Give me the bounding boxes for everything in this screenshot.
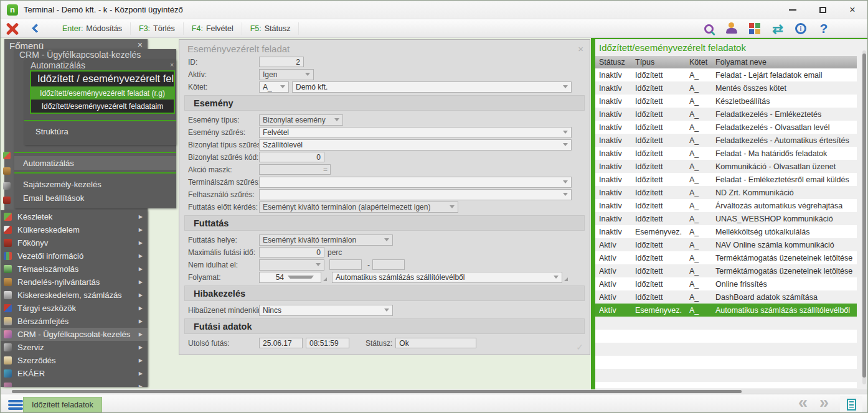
table-row[interactable]: Inaktív Időzített A_ ND Zrt. Kommunikáci… xyxy=(595,186,857,199)
cell-statusz: Inaktív xyxy=(599,175,635,184)
sidebar-sub-link[interactable]: Email beállítások xyxy=(14,191,176,205)
submenu-item[interactable]: Időzített/eseményvezérelt feladataim xyxy=(31,100,174,113)
sidebar-menu-item[interactable]: Vezetői információ ▶ xyxy=(1,249,148,262)
sidebar-menu-item[interactable]: Főkönyv ▶ xyxy=(1,236,148,249)
table-row[interactable]: Inaktív Időzített A_ UNAS_WEBSHOP kommun… xyxy=(595,212,857,225)
user-button[interactable] xyxy=(723,21,740,37)
sidebar-item-struktura[interactable]: Struktúra xyxy=(35,127,68,136)
search-button[interactable] xyxy=(700,21,717,37)
futtatas-helye-select[interactable]: Eseményt kiváltó terminálon xyxy=(259,234,393,246)
sidebar-menu-item[interactable]: EKÁER ▶ xyxy=(1,367,148,380)
table-row[interactable]: Inaktív Időzített A_ Feladat - Emlékezte… xyxy=(595,173,857,186)
bizonylat-kod-input[interactable] xyxy=(259,152,324,162)
vertical-scrollbar[interactable] xyxy=(862,50,866,384)
utolso-futas-time-input[interactable] xyxy=(306,338,349,348)
id-input[interactable] xyxy=(259,57,304,67)
folyamat-code-select[interactable]: 54 xyxy=(259,272,321,283)
table-row[interactable]: Aktív Időzített A_ NAV Online számla kom… xyxy=(595,238,857,251)
column-folyamat-neve[interactable]: Folyamat neve xyxy=(715,58,857,67)
transfer-button[interactable]: ⇄ xyxy=(769,21,786,37)
column-kotet[interactable]: Kötet xyxy=(689,58,715,67)
field-row-nem-indulhat: Nem idulhat el: - xyxy=(188,259,590,271)
table-row[interactable]: Aktív Időzített A_ Terméktámogatás üzene… xyxy=(595,251,857,264)
esemeny-szures-select[interactable]: Felvétel xyxy=(259,127,572,138)
sidebar-menu-item[interactable]: Szerződés ▶ xyxy=(1,354,148,367)
event-task-form: Eseményvezérelt feladat × ID: Aktív: Ige… xyxy=(179,39,590,355)
table-row[interactable]: Inaktív Időzített A_ Feladat - Ma határi… xyxy=(595,147,857,160)
horizontal-scrollbar[interactable] xyxy=(1,389,867,394)
shortcut-button[interactable]: F3:Törlés xyxy=(131,22,184,35)
info-button[interactable]: i xyxy=(792,21,809,37)
sidebar-menu-item[interactable]: Külkereskedelem ▶ xyxy=(1,223,148,236)
table-row[interactable]: Aktív Időzített A_ Terméktámogatás üzene… xyxy=(595,264,857,277)
shortcut-button[interactable]: F5:Státusz xyxy=(242,22,300,35)
table-row[interactable]: Inaktív Időzített A_ Feladatkezelés - Au… xyxy=(595,134,857,147)
table-row[interactable]: Inaktív Eseményvez. A_ Mellékköltség utó… xyxy=(595,225,857,238)
form-close-button[interactable]: × xyxy=(578,44,583,53)
minimize-button[interactable] xyxy=(778,1,808,19)
nem-indulhat-from-input[interactable] xyxy=(329,259,362,270)
nem-indulhat-to-input[interactable] xyxy=(372,259,405,270)
table-row[interactable]: Inaktív Időzített A_ Kommunikáció - Olva… xyxy=(595,160,857,173)
fomenu-close-button[interactable]: × xyxy=(138,40,143,49)
kotet-name-select[interactable]: Demó kft. xyxy=(292,81,572,93)
back-button[interactable] xyxy=(24,20,48,37)
sidebar-menu-item[interactable]: Témaelszámolás ▶ xyxy=(1,262,148,276)
menu-button[interactable] xyxy=(8,399,23,411)
akcio-maszk-input[interactable] xyxy=(259,164,331,175)
scrollbar-thumb[interactable] xyxy=(862,53,866,378)
sidebar-menu-item[interactable]: ▶ xyxy=(1,380,148,387)
modules-button[interactable] xyxy=(746,21,763,37)
table-row[interactable]: Aktív Eseményvez. A_ Automatikus számláz… xyxy=(595,304,857,317)
sidebar-sub-link[interactable]: Sajátszemély-kezelés xyxy=(14,177,176,191)
table-row[interactable]: Aktív Időzített A_ DashBoard adatok szám… xyxy=(595,290,857,304)
maximize-button[interactable] xyxy=(808,1,837,19)
previous-page-button[interactable]: « xyxy=(798,393,808,412)
table-row[interactable]: Inaktív Időzített A_ Feladatkezelés - Em… xyxy=(595,108,857,121)
submenu-item[interactable]: Időzített/eseményvezérelt feladat (r.g) xyxy=(31,86,174,100)
sidebar-menu-item[interactable]: Tárgyi eszközök ▶ xyxy=(1,302,148,315)
shortcut-button[interactable]: Enter:Módosítás xyxy=(54,22,131,35)
max-futas-input[interactable] xyxy=(259,247,324,258)
folyamat-name-select[interactable]: Automatikus számlázás szállítólevélből xyxy=(332,272,562,283)
table-row[interactable]: Inaktív Időzített A_ Készletbeállítás xyxy=(595,95,857,108)
esemeny-tipus-select[interactable]: Bizonylat esemény xyxy=(259,114,343,126)
shortcut-button[interactable]: F4:Felvétel xyxy=(184,22,242,35)
nem-indulhat-select[interactable] xyxy=(259,259,324,271)
terminal-szures-select[interactable] xyxy=(259,177,572,188)
document-list-button[interactable] xyxy=(840,396,862,412)
sidebar-menu-item[interactable]: Bérszámfejtés ▶ xyxy=(1,315,148,328)
felhasznalo-szures-select[interactable] xyxy=(259,189,572,200)
sidebar-menu-item[interactable]: Kiskereskedelem, számlázás ▶ xyxy=(1,289,148,302)
statusz-input[interactable] xyxy=(395,338,476,348)
table-row[interactable]: Inaktív Időzített A_ Feladat - Lejárt fe… xyxy=(595,68,857,81)
sidebar-menu-item[interactable]: Készletek ▶ xyxy=(1,210,148,223)
select-value: Eseményt kiváltó terminálon (alapértelme… xyxy=(263,203,430,211)
tab-idozitett-feladatok[interactable]: Időzített feladatok xyxy=(23,397,102,412)
cell-statusz: Inaktív xyxy=(599,136,635,145)
close-window-button[interactable]: × xyxy=(837,1,867,19)
sidebar-menu-item[interactable]: Rendelés-nyilvántartás ▶ xyxy=(1,276,148,289)
automation-panel-close-button[interactable]: × xyxy=(170,62,174,68)
table-row[interactable]: Aktív Időzített A_ Online frissítés xyxy=(595,277,857,290)
futtatas-kerdes-select[interactable]: Eseményt kiváltó terminálon (alapértelme… xyxy=(259,202,458,213)
aktiv-select[interactable]: Igen xyxy=(259,69,314,80)
hibauzenet-select[interactable]: Nincs xyxy=(259,305,393,316)
help-button[interactable]: ? xyxy=(815,21,833,37)
kotet-code-select[interactable]: A_ xyxy=(259,81,289,93)
table-row[interactable]: Inaktív Időzített A_ Feladatkezelés - Ol… xyxy=(595,121,857,134)
utolso-futas-date-input[interactable] xyxy=(259,338,303,348)
table-row[interactable]: Inaktív Időzített A_ Mentés összes kötet xyxy=(595,81,857,95)
scrollbar-thumb[interactable] xyxy=(12,390,742,393)
column-statusz[interactable]: Státusz xyxy=(599,58,635,67)
chevron-down-icon xyxy=(384,309,389,312)
sidebar-menu-item[interactable]: CRM - Ügyfélkapcsolat-kezelés ▶ xyxy=(1,328,148,341)
table-row[interactable]: Inaktív Időzített A_ Árváltozás automati… xyxy=(595,199,857,212)
column-tipus[interactable]: Típus xyxy=(635,58,689,67)
sidebar-sub-link-label: Sajátszemély-kezelés xyxy=(23,180,101,189)
sidebar-menu-item[interactable]: Szerviz ▶ xyxy=(1,341,148,354)
next-page-button[interactable]: » xyxy=(819,393,829,412)
sidebar-item-automatizalas[interactable]: Automatizálás xyxy=(14,156,176,170)
close-view-button[interactable] xyxy=(1,20,24,37)
bizonylat-tipus-select[interactable]: Szállítólevél xyxy=(259,139,572,151)
